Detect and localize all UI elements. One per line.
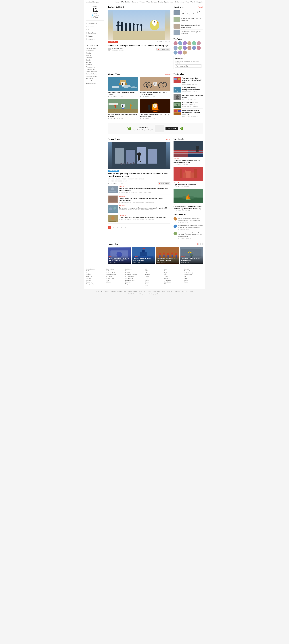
page-4-button[interactable]: 04 [120,226,123,229]
cat-religion[interactable]: Religion [86,52,104,54]
author-circle-4[interactable] [188,41,192,45]
footer-link-executive[interactable]: Executive [86,281,105,283]
nav-opinion[interactable]: Opinion [140,1,145,3]
nav-sports[interactable]: Sports [164,1,168,3]
sidebar-nav-health[interactable]: Health [86,34,104,38]
author-circle-5[interactable] [192,41,196,45]
footer-link-us[interactable]: U.S. [145,268,164,270]
footer-link-football-college[interactable]: Football,College [184,272,203,274]
footer-link-politics[interactable]: Politics [145,270,164,272]
author-circle-10[interactable] [188,46,192,50]
footer-bottom-business[interactable]: Business [111,291,116,292]
footer-link-media[interactable]: Media [106,279,125,281]
footer-link-golf[interactable]: Golf [184,276,203,277]
sidebar-nav-entertainment[interactable]: Entertainment [86,28,104,31]
footer-link-environment[interactable]: Environment [86,270,105,272]
author-circle-13[interactable] [174,50,178,54]
newsletter-email-input[interactable] [175,64,202,68]
cat-around-world[interactable]: Around the World [86,75,104,77]
footer-bottom-health[interactable]: Health [134,291,137,292]
cat-foreign-policy[interactable]: Foreign policy [86,66,104,68]
footer-link-medical-research[interactable]: Medical Research [106,270,125,272]
footer-link-around-world[interactable]: Around the World [106,274,125,276]
author-circle-6[interactable] [197,41,201,45]
pagination-next-button[interactable]: › [124,226,127,229]
footer-link-lost-home[interactable]: Lost Your Home [125,279,144,281]
footer-bottom-food[interactable]: Food [157,291,160,292]
footer-link-high-end[interactable]: The High End [125,277,144,279]
cat-ad-choices[interactable]: Ad Choices [86,77,104,80]
footer-bottom-ny[interactable]: N.Y. [101,291,104,292]
footer-link-childrens-health[interactable]: Children's Health [106,272,125,274]
trending-item-4[interactable]: How to Identify a Smart Person in 3 Minu… [174,101,203,108]
footer-link-world[interactable]: World [145,283,164,285]
trending-item-3[interactable]: Reflections from a Token Black Friend BY… [174,94,203,101]
sidebar-nav-business[interactable]: Business [86,25,104,28]
footer-bottom-tech[interactable]: Tech [123,291,126,292]
author-circle-14[interactable] [178,50,182,54]
video-card-1[interactable]: ▶ What Will It Take to Reopen the World … [108,77,138,97]
sidebar-nav-sport[interactable]: Sport News [86,31,104,34]
footer-bottom-politics[interactable]: Politics [105,291,109,292]
footer-link-travel[interactable]: Travel [164,276,184,277]
latest-pick-editor-button[interactable]: 📌 Picked by Editor [158,182,170,185]
popular-item-2[interactable]: HEALTHY Fight breaks out at Disneyland B… [174,167,203,187]
footer-link-hockey[interactable]: Hockey [184,277,203,279]
footer-link-scandals[interactable]: Scandals [86,279,105,281]
footer-bottom-video[interactable]: Video [190,291,193,292]
cat-medical-research[interactable]: Medical Research [86,70,104,73]
author-circle-8[interactable] [178,46,182,50]
page-1-button[interactable]: 01 [108,226,111,229]
banner-cta-button[interactable]: CHECK OUT ▶ [166,127,178,130]
author-circle-11[interactable] [192,46,196,50]
blog-card-1[interactable]: TECH Tesla's Cooking Up A New Way To Wir… [108,247,130,264]
footer-link-healthy-living[interactable]: Healthy Living [106,268,125,270]
footer-link-books[interactable]: Books [164,270,184,272]
dont-miss-view-all[interactable]: View all [198,6,203,8]
footer-link-ny[interactable]: N.Y. [145,272,164,274]
footer-link-mortgage[interactable]: Mortgage Calculator [125,274,144,276]
nav-style[interactable]: Style [180,1,184,3]
video-card-4[interactable]: ▶ Casa Dani,From a Michelin Chef,to Open… [140,99,170,119]
video-card-2[interactable]: ▶ Many Races,Little Time:Cycling Faces a… [140,77,170,97]
footer-bottom-arts[interactable]: Arts [144,291,146,292]
author-circle-9[interactable] [183,46,187,50]
sidebar-nav-magazine[interactable]: Magazine [86,38,104,40]
author-circle-15[interactable] [183,50,187,54]
nav-arts[interactable]: Arts [170,1,173,3]
blog-card-4[interactable]: VIDEO The secret to moving the ancient s… [180,247,203,264]
footer-link-arts[interactable]: Arts [164,268,184,270]
footer-bottom-opinion[interactable]: Opinion [117,291,122,292]
trending-item-5[interactable]: Blackface Minstrel Songs Don't Belong in… [174,108,203,118]
nav-politics[interactable]: Politics [125,1,130,3]
footer-link-health[interactable]: Health [145,281,164,283]
footer-link-commercial[interactable]: Commercial [125,270,144,272]
footer-link-t-magazine[interactable]: T Magazine [164,279,184,281]
pick-editor-button[interactable]: 📌 Picked by Editor [156,48,170,51]
blog-card-3[interactable]: ART Countries seek 'new history' as figu… [156,247,179,264]
nav-business[interactable]: Business [132,1,138,3]
footer-link-mental-health[interactable]: Mental Health [106,277,125,279]
footer-bottom-science[interactable]: Science [128,291,132,292]
sidebar-nav-international[interactable]: International [86,22,104,25]
footer-link-fashion[interactable]: Fashion [86,274,105,276]
footer-link-real-estate-2[interactable]: Real Estate [164,281,184,283]
footer-bottom-books[interactable]: Books [148,291,151,292]
footer-link-foreign-policy[interactable]: Foreign policy [86,283,105,285]
footer-link-ad-choices[interactable]: Ad Choices [106,276,125,277]
trending-item-1[interactable]: Vancouver woman finds pictures and video… [174,76,203,86]
author-circle-2[interactable] [178,41,182,45]
cat-global-economy[interactable]: Global Economy [86,47,104,50]
nav-food[interactable]: Food [186,1,189,3]
cat-environment[interactable]: Environment [86,50,104,52]
footer-link-baseball[interactable]: Baseball [184,268,203,270]
nav-tech[interactable]: Tech [146,1,150,3]
footer-link-soccer[interactable]: Soccer [184,279,203,281]
nav-ny[interactable]: N.Y. [120,1,124,3]
footer-link-real-estate[interactable]: Real Estate [125,268,144,270]
author-circle-3[interactable] [183,41,187,45]
footer-link-food[interactable]: Food [164,274,184,276]
author-circle-12[interactable] [197,46,201,50]
footer-link-tennis[interactable]: Tennis [184,281,203,283]
footer-link-my-real-estate[interactable]: My Real Estate [125,276,144,277]
